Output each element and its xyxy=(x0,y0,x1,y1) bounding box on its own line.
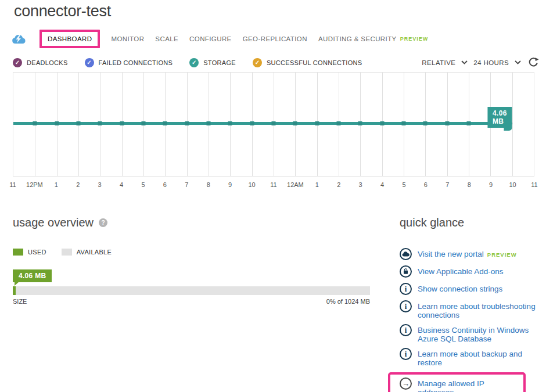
series-point-marker xyxy=(163,121,167,125)
metric-toggle-group: ✓ DEADLOCKS ✓ FAILED CONNECTIONS ✓ STORA… xyxy=(13,58,362,67)
x-axis-label: 7 xyxy=(446,181,449,188)
link-label: Manage allowed IP addresses xyxy=(418,378,519,392)
relative-dropdown[interactable]: RELATIVE xyxy=(422,59,455,66)
link-label: Learn more about troubleshooting connect… xyxy=(418,301,545,319)
series-point-marker xyxy=(120,121,124,125)
series-point-marker xyxy=(466,121,470,125)
series-point-marker xyxy=(336,121,340,125)
link-label: Show connection strings xyxy=(418,283,502,293)
usage-value-badge: 4.06 MB xyxy=(13,269,52,282)
quick-glance-section: quick glance Visit the new portalPREVIEW… xyxy=(400,216,545,392)
check-circle-icon: ✓ xyxy=(13,58,22,67)
check-circle-icon: ✓ xyxy=(85,58,94,67)
usage-progress-fill xyxy=(13,286,16,295)
storage-series-line xyxy=(13,122,512,125)
chevron-down-icon[interactable] xyxy=(515,60,521,64)
sql-database-dashboard-page: connector-test DASHBOARD MONITOR SCALE C… xyxy=(0,0,546,392)
used-swatch xyxy=(13,249,23,256)
metric-toggle-storage[interactable]: ✓ STORAGE xyxy=(189,58,236,67)
time-controls: RELATIVE 24 HOURS xyxy=(422,57,539,68)
usage-legend: USED AVAILABLE xyxy=(13,249,370,256)
metric-label: FAILED CONNECTIONS xyxy=(99,59,173,66)
metric-label: STORAGE xyxy=(203,59,236,66)
preview-badge: PREVIEW xyxy=(400,36,429,42)
legend-label: USED xyxy=(28,249,46,256)
available-swatch xyxy=(62,249,72,256)
link-visit-new-portal[interactable]: Visit the new portalPREVIEW xyxy=(400,249,545,261)
x-axis-label: 1 xyxy=(315,181,319,188)
series-point-marker xyxy=(250,121,254,125)
link-label: View Applicable Add-ons xyxy=(418,266,504,276)
series-point-marker xyxy=(401,121,405,125)
series-point-marker xyxy=(141,121,145,125)
x-axis-label: 10 xyxy=(248,181,255,188)
duration-dropdown[interactable]: 24 HOURS xyxy=(473,59,509,66)
usage-overview-heading: usage overview ? xyxy=(13,216,370,229)
check-circle-icon: ✓ xyxy=(189,58,199,67)
series-point-marker xyxy=(228,121,232,125)
x-axis-label: 1 xyxy=(55,181,58,188)
info-icon: i xyxy=(400,300,412,312)
tab-bar: DASHBOARD MONITOR SCALE CONFIGURE GEO-RE… xyxy=(12,30,428,48)
link-backup-and-restore[interactable]: i Learn more about backup and restore xyxy=(400,348,545,367)
x-axis-label: 9 xyxy=(489,181,493,188)
x-axis-label: 9 xyxy=(228,181,232,188)
tab-configure[interactable]: CONFIGURE xyxy=(189,35,232,42)
series-point-marker xyxy=(98,121,102,125)
tab-dashboard-label: DASHBOARD xyxy=(48,35,92,42)
link-view-addons[interactable]: View Applicable Add-ons xyxy=(400,266,545,278)
page-title: connector-test xyxy=(14,2,111,20)
link-label: Business Continuity in Windows Azure SQL… xyxy=(418,325,545,343)
tab-scale[interactable]: SCALE xyxy=(155,35,178,42)
usage-overview-section: usage overview ? USED AVAILABLE 4.06 MB … xyxy=(13,216,370,305)
series-point-marker xyxy=(358,121,362,125)
size-value: 0% of 1024 MB xyxy=(326,298,370,305)
x-axis-label: 12AM xyxy=(287,181,304,188)
tab-auditing-security-label: AUDITING & SECURITY xyxy=(318,35,397,42)
x-axis-label: 6 xyxy=(163,181,167,188)
link-show-connection-strings[interactable]: i Show connection strings xyxy=(400,283,545,296)
series-point-marker xyxy=(206,121,210,125)
metric-toggle-successful-connections[interactable]: ✓ SUCCESSFUL CONNECTIONS xyxy=(253,58,362,67)
x-axis-label: 11 xyxy=(270,181,276,188)
series-point-marker xyxy=(55,121,59,125)
arrow-right-icon: → xyxy=(400,377,412,390)
cloud-lightning-icon xyxy=(12,34,26,44)
manage-ip-highlight-box: → Manage allowed IP addresses xyxy=(388,372,526,392)
x-axis-label: 3 xyxy=(359,181,362,188)
preview-badge: PREVIEW xyxy=(487,251,517,258)
link-label: Visit the new portalPREVIEW xyxy=(418,249,517,259)
info-icon: i xyxy=(400,324,412,336)
metric-toggle-failed-connections[interactable]: ✓ FAILED CONNECTIONS xyxy=(85,58,173,67)
x-axis-label: 4 xyxy=(380,181,384,188)
help-icon[interactable]: ? xyxy=(99,218,107,227)
tab-geo-replication[interactable]: GEO-REPLICATION xyxy=(243,35,307,42)
x-axis-label: 5 xyxy=(141,181,145,188)
tab-dashboard[interactable]: DASHBOARD xyxy=(39,30,100,48)
metric-label: DEADLOCKS xyxy=(27,59,68,66)
tab-auditing-security[interactable]: AUDITING & SECURITYPREVIEW xyxy=(318,35,428,42)
link-troubleshooting-connections[interactable]: i Learn more about troubleshooting conne… xyxy=(400,301,545,319)
quick-glance-heading: quick glance xyxy=(400,216,545,229)
x-axis-label: 3 xyxy=(98,181,102,188)
series-point-marker xyxy=(271,121,275,125)
refresh-icon[interactable] xyxy=(528,57,539,68)
link-business-continuity[interactable]: i Business Continuity in Windows Azure S… xyxy=(400,325,545,343)
series-point-marker xyxy=(445,121,449,125)
x-axis-label: 6 xyxy=(424,181,428,188)
link-manage-allowed-ip-addresses[interactable]: → Manage allowed IP addresses xyxy=(400,378,519,392)
legend-label: AVAILABLE xyxy=(77,249,112,256)
x-axis-label: 12PM xyxy=(26,181,43,188)
chevron-down-icon[interactable] xyxy=(461,60,468,64)
tab-monitor[interactable]: MONITOR xyxy=(111,35,144,42)
addons-bag-icon xyxy=(400,265,412,278)
series-point-marker xyxy=(33,121,37,125)
link-label: Learn more about backup and restore xyxy=(418,348,545,367)
x-axis: 1112PM123456789101112AM1234567891011 xyxy=(13,181,534,190)
chart-value-badge: 4.06 MB xyxy=(487,107,512,128)
series-point-marker xyxy=(423,121,428,125)
storage-chart: 4.06 MB xyxy=(13,72,534,177)
x-axis-label: 8 xyxy=(468,181,471,188)
metric-toggle-deadlocks[interactable]: ✓ DEADLOCKS xyxy=(13,58,68,67)
series-point-marker xyxy=(293,121,297,125)
